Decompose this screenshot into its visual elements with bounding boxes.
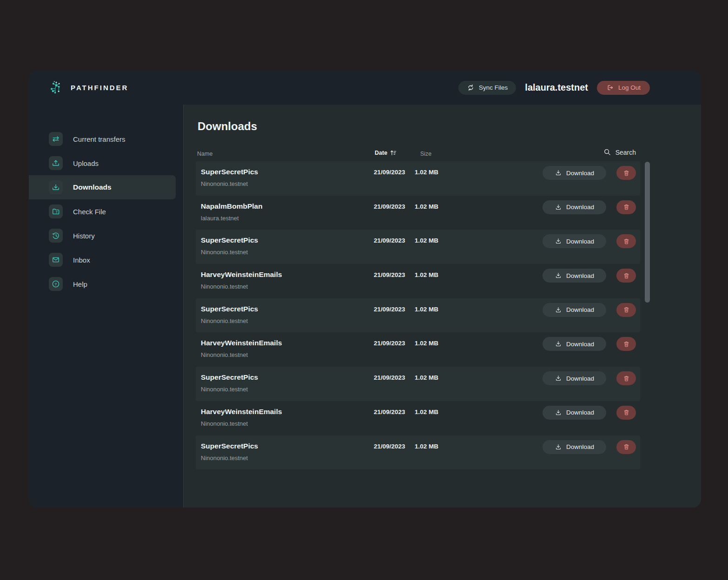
- file-date: 21/09/2023: [374, 409, 405, 415]
- file-name: SuperSecretPics: [201, 236, 258, 244]
- sidebar-item-label: Inbox: [73, 256, 90, 264]
- download-button[interactable]: Download: [543, 166, 606, 180]
- trash-icon: [622, 169, 630, 177]
- table-row: SuperSecretPics Ninononio.testnet 21/09/…: [196, 367, 640, 401]
- column-header-date[interactable]: Date: [375, 149, 397, 156]
- sidebar-item-help[interactable]: ? Help: [29, 272, 176, 296]
- table-row: SuperSecretPics Ninononio.testnet 21/09/…: [196, 230, 640, 264]
- page-title: Downloads: [198, 120, 257, 133]
- top-bar: PATHFINDER Sync Files lalaura.testnet: [29, 71, 701, 105]
- sidebar-item-label: Uploads: [73, 159, 99, 167]
- file-name: SuperSecretPics: [201, 168, 258, 176]
- file-name: HarveyWeinsteinEmails: [201, 270, 282, 279]
- file-name: SuperSecretPics: [201, 442, 258, 450]
- transfers-icon: [49, 132, 63, 146]
- download-button[interactable]: Download: [543, 234, 606, 248]
- download-button-label: Download: [566, 409, 594, 416]
- sidebar-item-downloads[interactable]: Downloads: [29, 175, 176, 199]
- file-date: 21/09/2023: [374, 443, 405, 450]
- delete-button[interactable]: [616, 440, 636, 454]
- table-row: SuperSecretPics Ninononio.testnet 21/09/…: [196, 298, 640, 333]
- table-row: HarveyWeinsteinEmails Ninononio.testnet …: [196, 401, 640, 435]
- download-button-label: Download: [566, 375, 594, 382]
- download-button[interactable]: Download: [543, 303, 606, 317]
- sidebar-item-uploads[interactable]: Uploads: [29, 151, 176, 175]
- logout-button[interactable]: Log Out: [597, 81, 650, 95]
- download-button-label: Download: [566, 272, 594, 279]
- sidebar-item-inbox[interactable]: Inbox: [29, 248, 176, 272]
- file-size: 1.02 MB: [415, 271, 438, 278]
- svg-text:?: ?: [55, 282, 57, 286]
- file-name: SuperSecretPics: [201, 305, 258, 313]
- search-control[interactable]: Search: [603, 148, 636, 156]
- file-name: NapalmBombPlan: [201, 202, 263, 211]
- delete-button[interactable]: [616, 406, 636, 420]
- file-date: 21/09/2023: [374, 374, 405, 381]
- download-icon: [555, 340, 562, 348]
- delete-button[interactable]: [616, 371, 636, 385]
- file-size: 1.02 MB: [415, 340, 438, 347]
- download-button[interactable]: Download: [543, 440, 606, 454]
- delete-button[interactable]: [616, 234, 636, 248]
- file-date: 21/09/2023: [374, 306, 405, 313]
- downloads-list: SuperSecretPics Ninononio.testnet 21/09/…: [196, 161, 640, 469]
- download-icon: [555, 169, 562, 177]
- main-content: Downloads Name Date Size Sea: [183, 105, 701, 508]
- delete-button[interactable]: [616, 166, 636, 180]
- sync-icon: [467, 84, 475, 92]
- download-icon: [555, 204, 562, 211]
- svg-text:?: ?: [56, 211, 58, 214]
- sidebar-item-current-transfers[interactable]: Current transfers: [29, 127, 176, 151]
- logout-icon: [606, 84, 614, 92]
- table-row: NapalmBombPlan lalaura.testnet 21/09/202…: [196, 196, 640, 230]
- file-owner: Ninononio.testnet: [201, 249, 248, 256]
- trash-icon: [622, 340, 630, 348]
- download-button[interactable]: Download: [543, 200, 606, 214]
- envelope-icon: [49, 253, 63, 267]
- download-button-label: Download: [566, 306, 594, 313]
- download-button[interactable]: Download: [543, 371, 606, 385]
- delete-button[interactable]: [616, 200, 636, 214]
- trash-icon: [622, 443, 630, 451]
- trash-icon: [622, 409, 630, 416]
- delete-button[interactable]: [616, 269, 636, 283]
- sidebar-item-history[interactable]: History: [29, 224, 176, 248]
- download-button[interactable]: Download: [543, 269, 606, 283]
- download-button[interactable]: Download: [543, 406, 606, 420]
- history-icon: [49, 229, 63, 243]
- trash-icon: [622, 203, 630, 211]
- sidebar-item-label: History: [73, 232, 95, 240]
- search-label: Search: [615, 149, 636, 156]
- file-date: 21/09/2023: [374, 340, 405, 347]
- file-size: 1.02 MB: [415, 306, 438, 313]
- download-button-label: Download: [566, 204, 594, 211]
- download-icon: [555, 375, 562, 382]
- table-row: HarveyWeinsteinEmails Ninononio.testnet …: [196, 332, 640, 367]
- search-icon: [603, 148, 611, 156]
- file-name: SuperSecretPics: [201, 373, 258, 382]
- logout-label: Log Out: [618, 84, 641, 91]
- sync-files-button[interactable]: Sync Files: [458, 81, 516, 95]
- username: lalaura.testnet: [525, 82, 588, 93]
- file-owner: Ninononio.testnet: [201, 420, 248, 427]
- table-row: SuperSecretPics Ninononio.testnet 21/09/…: [196, 435, 640, 470]
- download-icon: [49, 180, 63, 194]
- file-size: 1.02 MB: [415, 203, 438, 210]
- file-date: 21/09/2023: [374, 203, 405, 210]
- sidebar-item-check-file[interactable]: ? Check File: [29, 199, 176, 224]
- trash-icon: [622, 306, 630, 314]
- file-size: 1.02 MB: [415, 237, 438, 244]
- sidebar-item-label: Check File: [73, 208, 106, 216]
- trash-icon: [622, 237, 630, 245]
- scrollbar-thumb[interactable]: [645, 162, 650, 303]
- file-date: 21/09/2023: [374, 271, 405, 278]
- download-icon: [555, 306, 562, 314]
- sidebar: Current transfers Uploads: [29, 105, 183, 508]
- file-owner: Ninononio.testnet: [201, 351, 248, 358]
- sort-ascending-icon: [390, 149, 397, 156]
- delete-button[interactable]: [616, 337, 636, 351]
- delete-button[interactable]: [616, 303, 636, 317]
- trash-icon: [622, 272, 630, 280]
- download-button[interactable]: Download: [543, 337, 606, 351]
- file-size: 1.02 MB: [415, 443, 438, 450]
